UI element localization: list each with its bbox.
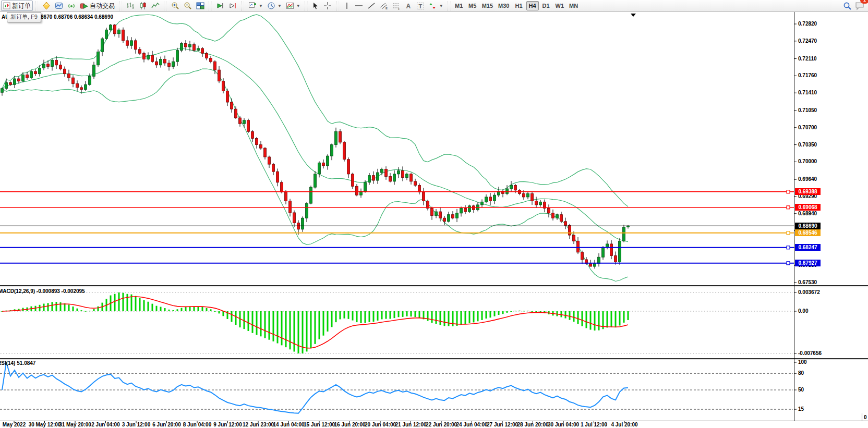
candle-down: [222, 81, 225, 91]
chart-canvas[interactable]: [0, 0, 868, 428]
candle-down: [443, 218, 446, 222]
candle-down: [114, 25, 116, 34]
macd-histogram-bar: [469, 311, 471, 323]
macd-histogram-bar: [331, 311, 333, 327]
candle-up: [43, 64, 45, 68]
macd-histogram-bar: [127, 294, 128, 311]
candle-up: [97, 52, 100, 65]
candle-down: [464, 208, 467, 212]
candle-up: [243, 120, 246, 124]
macd-histogram-bar: [202, 307, 203, 311]
macd-histogram-bar: [194, 307, 195, 311]
hline-endpoint-marker[interactable]: [787, 246, 790, 249]
macd-histogram-bar: [85, 311, 87, 312]
candle-down: [155, 62, 158, 65]
macd-histogram-bar: [277, 311, 279, 344]
macd-histogram-bar: [114, 294, 116, 311]
macd-histogram-bar: [235, 311, 237, 325]
macd-histogram-bar: [615, 311, 617, 327]
macd-histogram-bar: [394, 311, 395, 318]
macd-histogram-bar: [444, 311, 445, 326]
candle-down: [339, 131, 342, 142]
candle-down: [523, 193, 525, 197]
candle-up: [160, 59, 162, 65]
macd-histogram-bar: [573, 311, 575, 322]
candle-up: [39, 68, 41, 74]
candle-down: [322, 163, 325, 166]
bollinger-middle: [2, 48, 628, 241]
macd-histogram-bar: [273, 311, 274, 341]
macd-histogram-bar: [252, 311, 254, 333]
candle-up: [147, 55, 150, 59]
candle-down: [80, 88, 83, 90]
macd-histogram-bar: [264, 311, 266, 338]
candle-down: [151, 55, 154, 62]
hline-endpoint-marker[interactable]: [787, 206, 790, 209]
candle-up: [619, 241, 621, 262]
macd-histogram-bar: [160, 307, 162, 311]
hline-endpoint-marker[interactable]: [787, 262, 790, 265]
macd-histogram-bar: [310, 311, 312, 348]
candle-down: [452, 215, 454, 218]
candle-down: [589, 263, 592, 266]
candle-down: [276, 172, 279, 182]
macd-histogram-bar: [352, 311, 354, 321]
candle-down: [289, 201, 292, 213]
candle-down: [535, 201, 538, 205]
macd-histogram-bar: [436, 311, 437, 324]
macd-histogram-bar: [406, 311, 408, 316]
chart-shift-marker[interactable]: [631, 14, 636, 17]
candle-down: [214, 62, 216, 70]
candle-down: [18, 79, 20, 81]
candle-down: [218, 70, 221, 81]
candle-up: [594, 263, 596, 266]
candle-down: [285, 192, 287, 201]
candle-down: [423, 192, 425, 201]
macd-histogram-bar: [135, 296, 137, 311]
candle-up: [493, 195, 496, 201]
candle-down: [431, 208, 433, 215]
macd-histogram-bar: [532, 311, 533, 312]
macd-histogram-bar: [290, 311, 291, 349]
candle-up: [539, 202, 542, 205]
chart-window: AUDUSD,H4 0.68670 0.68706 0.68634 0.6869…: [0, 12, 868, 428]
candle-down: [9, 83, 12, 85]
candle-up: [318, 163, 321, 174]
macd-histogram-bar: [440, 311, 441, 325]
macd-histogram-bar: [206, 308, 208, 311]
macd-histogram-bar: [515, 311, 516, 311]
macd-histogram-bar: [98, 307, 99, 311]
candle-up: [606, 244, 609, 248]
macd-histogram-bar: [181, 308, 183, 311]
candle-down: [210, 58, 212, 62]
macd-histogram-bar: [523, 311, 525, 311]
macd-histogram-bar: [577, 311, 579, 324]
candle-up: [93, 65, 95, 77]
candle-down: [389, 177, 392, 181]
candle-down: [135, 41, 137, 50]
macd-histogram-bar: [60, 302, 62, 311]
candle-up: [30, 71, 33, 78]
candle-up: [89, 76, 91, 84]
candle-up: [189, 44, 191, 47]
hline-endpoint-marker[interactable]: [787, 190, 790, 193]
macd-histogram-bar: [43, 303, 45, 311]
macd-histogram-bar: [81, 310, 82, 311]
candle-down: [164, 59, 166, 64]
macd-histogram-bar: [327, 311, 329, 332]
macd-histogram-bar: [502, 311, 504, 314]
macd-histogram-bar: [219, 311, 220, 313]
candle-up: [51, 60, 54, 66]
macd-histogram-bar: [319, 311, 320, 339]
macd-histogram-bar: [344, 311, 345, 319]
macd-histogram-bar: [123, 293, 124, 311]
macd-histogram-bar: [390, 311, 391, 319]
hline-endpoint-marker[interactable]: [787, 231, 790, 235]
candle-up: [335, 131, 337, 144]
macd-histogram-bar: [306, 311, 308, 351]
candle-down: [34, 71, 37, 74]
macd-histogram-bar: [527, 311, 529, 311]
macd-histogram-bar: [419, 311, 420, 318]
macd-histogram-bar: [56, 302, 57, 311]
macd-histogram-bar: [298, 311, 299, 353]
